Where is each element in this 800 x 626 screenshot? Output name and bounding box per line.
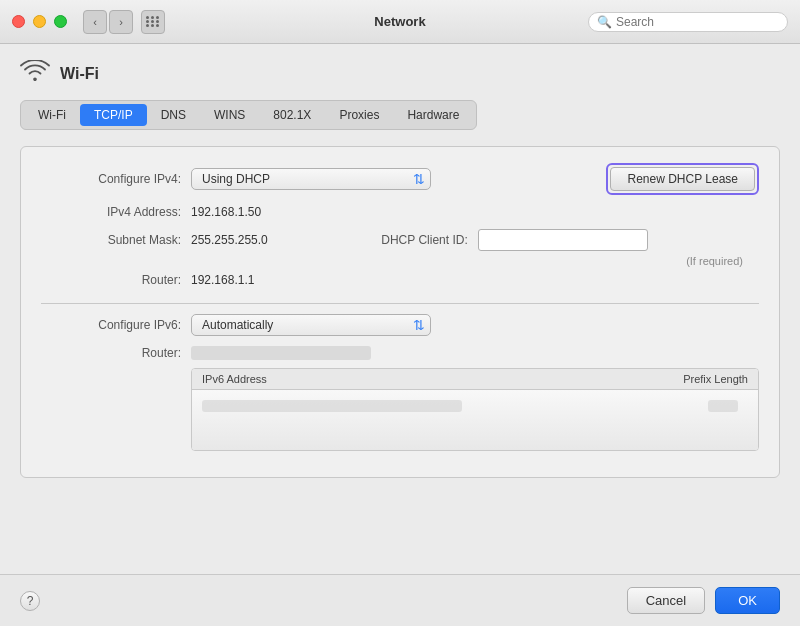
search-input[interactable] [616, 15, 779, 29]
tab-dns[interactable]: DNS [147, 104, 200, 126]
configure-ipv4-select-wrapper: Using DHCP ⇅ [191, 168, 431, 190]
configure-ipv4-label: Configure IPv4: [41, 172, 181, 186]
router-label-ipv4: Router: [41, 273, 181, 287]
tab-wins[interactable]: WINS [200, 104, 259, 126]
window-controls [12, 15, 67, 28]
tab-proxies[interactable]: Proxies [325, 104, 393, 126]
minimize-button[interactable] [33, 15, 46, 28]
renew-dhcp-wrapper: Renew DHCP Lease [606, 163, 759, 195]
bottom-actions: Cancel OK [627, 587, 780, 614]
if-required-hint: (If required) [686, 255, 743, 267]
ok-button[interactable]: OK [715, 587, 780, 614]
router-row-ipv4: Router: 192.168.1.1 [41, 273, 759, 287]
back-button[interactable]: ‹ [83, 10, 107, 34]
ipv6-table: IPv6 Address Prefix Length [191, 368, 759, 451]
ipv4-section: Configure IPv4: Using DHCP ⇅ Renew DHCP … [41, 163, 759, 287]
help-button[interactable]: ? [20, 591, 40, 611]
search-box[interactable]: 🔍 [588, 12, 788, 32]
settings-panel: Configure IPv4: Using DHCP ⇅ Renew DHCP … [20, 146, 780, 478]
nav-arrows: ‹ › [83, 10, 133, 34]
configure-ipv6-label: Configure IPv6: [41, 318, 181, 332]
router-label-ipv6: Router: [41, 346, 181, 360]
configure-ipv4-select[interactable]: Using DHCP [191, 168, 431, 190]
ipv6-address-column-header: IPv6 Address [202, 373, 648, 385]
ipv6-table-header: IPv6 Address Prefix Length [192, 369, 758, 390]
bottom-bar: ? Cancel OK [0, 574, 800, 626]
ipv6-address-row-blurred [202, 400, 462, 412]
maximize-button[interactable] [54, 15, 67, 28]
cancel-button[interactable]: Cancel [627, 587, 705, 614]
subnet-row: Subnet Mask: 255.255.255.0 DHCP Client I… [41, 229, 759, 251]
ipv6-table-body [192, 390, 758, 450]
ipv6-prefix-column-header: Prefix Length [648, 373, 748, 385]
section-divider [41, 303, 759, 304]
main-content: Wi-Fi Wi-Fi TCP/IP DNS WINS 802.1X Proxi… [0, 44, 800, 494]
configure-ipv6-select-wrapper: Automatically ⇅ [191, 314, 431, 336]
configure-ipv6-row: Configure IPv6: Automatically ⇅ [41, 314, 759, 336]
configure-ipv6-select[interactable]: Automatically [191, 314, 431, 336]
ipv4-address-label: IPv4 Address: [41, 205, 181, 219]
search-icon: 🔍 [597, 15, 612, 29]
router-value-ipv4: 192.168.1.1 [191, 273, 254, 287]
ipv4-address-value: 192.168.1.50 [191, 205, 261, 219]
dhcp-client-input[interactable] [478, 229, 648, 251]
configure-ipv4-row: Configure IPv4: Using DHCP ⇅ Renew DHCP … [41, 163, 759, 195]
titlebar: ‹ › Network 🔍 [0, 0, 800, 44]
window-title: Network [374, 14, 425, 29]
router-row-ipv6: Router: [41, 346, 759, 360]
grid-button[interactable] [141, 10, 165, 34]
tab-8021x[interactable]: 802.1X [259, 104, 325, 126]
renew-dhcp-button[interactable]: Renew DHCP Lease [610, 167, 755, 191]
ipv6-section: Configure IPv6: Automatically ⇅ Router: … [41, 314, 759, 451]
subnet-label: Subnet Mask: [41, 233, 181, 247]
wifi-label: Wi-Fi [60, 65, 99, 83]
tab-hardware[interactable]: Hardware [393, 104, 473, 126]
ipv4-address-row: IPv4 Address: 192.168.1.50 [41, 205, 759, 219]
tab-wifi[interactable]: Wi-Fi [24, 104, 80, 126]
router-value-ipv6-blurred [191, 346, 371, 360]
wifi-icon [20, 60, 50, 88]
subnet-value: 255.255.255.0 [191, 233, 268, 247]
grid-icon [146, 16, 160, 27]
ipv6-prefix-row-blurred [708, 400, 738, 412]
tab-tcpip[interactable]: TCP/IP [80, 104, 147, 126]
dhcp-client-label: DHCP Client ID: [328, 233, 468, 247]
close-button[interactable] [12, 15, 25, 28]
forward-button[interactable]: › [109, 10, 133, 34]
tabs-bar: Wi-Fi TCP/IP DNS WINS 802.1X Proxies Har… [20, 100, 477, 130]
wifi-header: Wi-Fi [20, 60, 780, 88]
